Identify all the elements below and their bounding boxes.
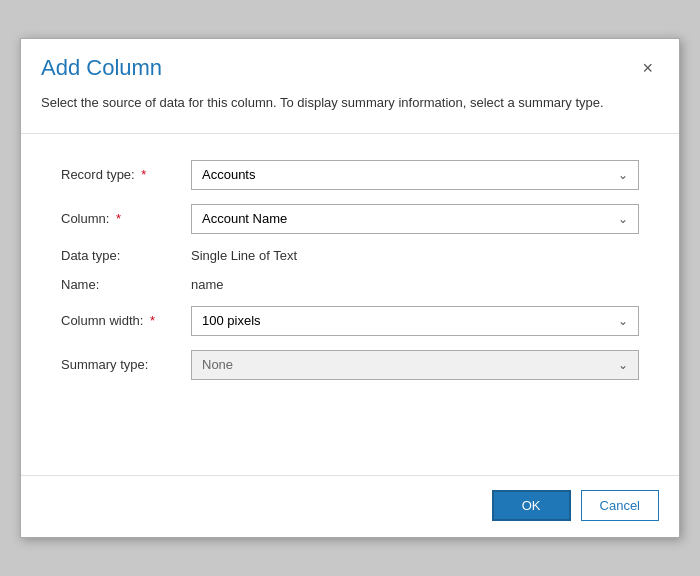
dialog-footer: OK Cancel <box>21 475 679 537</box>
header-divider <box>21 133 679 134</box>
column-width-row: Column width: * 100 pixels ⌄ <box>61 306 639 336</box>
summary-type-chevron-icon: ⌄ <box>618 358 628 372</box>
column-chevron-icon: ⌄ <box>618 212 628 226</box>
dialog-title: Add Column <box>41 55 162 81</box>
column-label: Column: * <box>61 211 191 226</box>
data-type-label: Data type: <box>61 248 191 263</box>
record-type-label: Record type: * <box>61 167 191 182</box>
data-type-value: Single Line of Text <box>191 248 297 263</box>
record-type-chevron-icon: ⌄ <box>618 168 628 182</box>
record-type-required: * <box>141 167 146 182</box>
dialog-description: Select the source of data for this colum… <box>21 89 679 129</box>
name-value: name <box>191 277 224 292</box>
dialog-header: Add Column × <box>21 39 679 89</box>
name-row: Name: name <box>61 277 639 292</box>
name-label: Name: <box>61 277 191 292</box>
close-button[interactable]: × <box>636 57 659 79</box>
dialog-overlay: Add Column × Select the source of data f… <box>0 0 700 576</box>
record-type-value: Accounts <box>202 167 255 182</box>
record-type-row: Record type: * Accounts ⌄ <box>61 160 639 190</box>
add-column-dialog: Add Column × Select the source of data f… <box>20 38 680 538</box>
column-width-chevron-icon: ⌄ <box>618 314 628 328</box>
summary-type-select[interactable]: None ⌄ <box>191 350 639 380</box>
summary-type-value: None <box>202 357 233 372</box>
column-select[interactable]: Account Name ⌄ <box>191 204 639 234</box>
column-width-select[interactable]: 100 pixels ⌄ <box>191 306 639 336</box>
ok-button[interactable]: OK <box>492 490 571 521</box>
column-width-label: Column width: * <box>61 313 191 328</box>
summary-type-row: Summary type: None ⌄ <box>61 350 639 380</box>
data-type-row: Data type: Single Line of Text <box>61 248 639 263</box>
column-required: * <box>116 211 121 226</box>
dialog-body: Record type: * Accounts ⌄ Column: * Acco… <box>21 150 679 476</box>
cancel-button[interactable]: Cancel <box>581 490 659 521</box>
column-row: Column: * Account Name ⌄ <box>61 204 639 234</box>
column-value: Account Name <box>202 211 287 226</box>
summary-type-label: Summary type: <box>61 357 191 372</box>
column-width-required: * <box>150 313 155 328</box>
column-width-value: 100 pixels <box>202 313 261 328</box>
record-type-select[interactable]: Accounts ⌄ <box>191 160 639 190</box>
